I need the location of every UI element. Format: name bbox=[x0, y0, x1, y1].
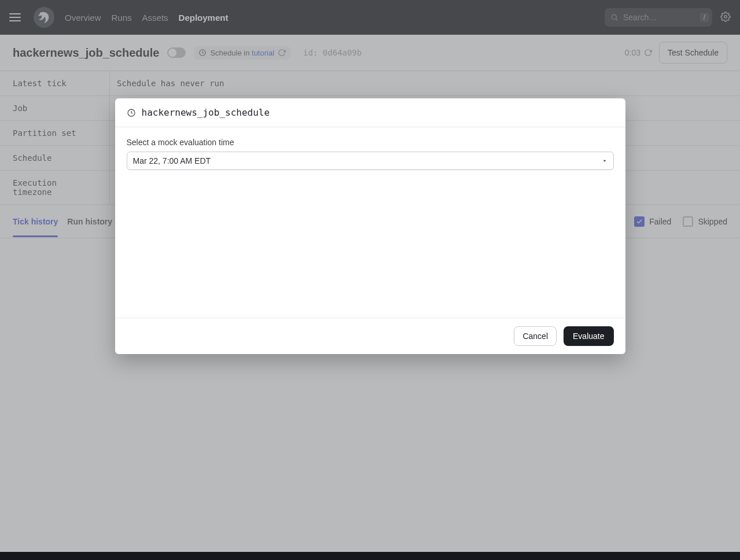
dialog-footer: Cancel Evaluate bbox=[115, 318, 625, 354]
dialog-title: hackernews_job_schedule bbox=[142, 107, 270, 118]
chevron-down-icon bbox=[602, 158, 608, 164]
dialog-header: hackernews_job_schedule bbox=[115, 98, 625, 127]
svg-marker-6 bbox=[603, 160, 606, 162]
schedule-icon bbox=[127, 108, 136, 117]
test-schedule-dialog: hackernews_job_schedule Select a mock ev… bbox=[115, 98, 625, 354]
dialog-body: Select a mock evaluation time Mar 22, 7:… bbox=[115, 127, 625, 318]
bottom-bar bbox=[0, 552, 740, 560]
modal-overlay[interactable]: hackernews_job_schedule Select a mock ev… bbox=[0, 0, 740, 560]
evaluation-time-label: Select a mock evaluation time bbox=[127, 138, 614, 147]
evaluate-button[interactable]: Evaluate bbox=[564, 326, 613, 346]
evaluation-time-select[interactable]: Mar 22, 7:00 AM EDT bbox=[127, 152, 614, 170]
cancel-button[interactable]: Cancel bbox=[514, 326, 557, 346]
select-value: Mar 22, 7:00 AM EDT bbox=[133, 156, 211, 165]
